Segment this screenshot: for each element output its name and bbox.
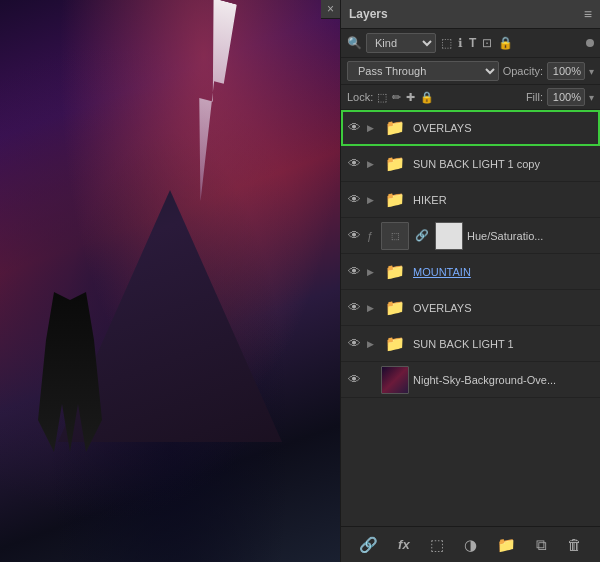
visibility-icon[interactable]: 👁 [345,228,363,243]
layer-row[interactable]: 👁 ƒ ⬚ 🔗 Hue/Saturatio... [341,218,600,254]
layer-thumbnail: 📁 [381,294,409,322]
blend-mode-select[interactable]: Pass Through Normal Dissolve Multiply Sc… [347,61,499,81]
expand-icon[interactable]: ▶ [363,267,377,277]
add-adjustment-button[interactable]: ◑ [460,534,481,556]
expand-icon[interactable]: ▶ [363,195,377,205]
visibility-icon[interactable]: 👁 [345,300,363,315]
blend-mode-row: Pass Through Normal Dissolve Multiply Sc… [341,58,600,85]
expand-icon[interactable]: ▶ [363,159,377,169]
layer-name: OVERLAYS [413,302,596,314]
photo-background [0,0,340,562]
layer-row[interactable]: 👁 ▶ 📁 OVERLAYS [341,110,600,146]
expand-icon[interactable]: ƒ [363,230,377,242]
fill-input[interactable] [547,88,585,106]
expand-icon[interactable]: ▶ [363,303,377,313]
type-filter-icon[interactable]: T [468,35,477,51]
fill-label: Fill: [526,91,543,103]
layer-name: SUN BACK LIGHT 1 copy [413,158,596,170]
panel-menu-button[interactable]: ≡ [584,6,592,22]
layer-name: Hue/Saturatio... [467,230,596,242]
new-layer-button[interactable]: ⧉ [532,534,551,556]
layer-name: SUN BACK LIGHT 1 [413,338,596,350]
layers-panel: Layers ≡ 🔍 Kind Name Effect Mode Attribu… [340,0,600,562]
layer-fx-button[interactable]: fx [394,535,414,554]
layer-row[interactable]: 👁 ▶ 📁 SUN BACK LIGHT 1 [341,326,600,362]
panel-header: Layers ≡ [341,0,600,29]
lock-label: Lock: [347,91,373,103]
layer-thumbnail: 📁 [381,258,409,286]
opacity-arrow-icon[interactable]: ▾ [589,66,594,77]
lock-row: Lock: ⬚ ✏ ✚ 🔒 Fill: ▾ [341,85,600,110]
search-icon: 🔍 [347,36,362,50]
layer-name: Night-Sky-Background-Ove... [413,374,596,386]
lock-position-icon[interactable]: ✚ [406,91,415,104]
shape-filter-icon[interactable]: ⊡ [481,35,493,51]
visibility-icon[interactable]: 👁 [345,120,363,135]
opacity-input[interactable] [547,62,585,80]
layer-name: OVERLAYS [413,122,596,134]
smart-filter-icon[interactable]: 🔒 [497,35,514,51]
lightning-effect [162,0,252,202]
layer-name: MOUNTAIN [413,266,596,278]
delete-layer-button[interactable]: 🗑 [563,534,586,555]
layer-thumbnail: ⬚ [381,222,409,250]
visibility-icon[interactable]: 👁 [345,336,363,351]
kind-select[interactable]: Kind Name Effect Mode Attribute Color [366,33,436,53]
layer-thumbnail: 📁 [381,150,409,178]
layer-row[interactable]: 👁 ▶ 📁 MOUNTAIN [341,254,600,290]
link-icon: 🔗 [415,229,429,242]
layer-thumbnail [381,366,409,394]
visibility-icon[interactable]: 👁 [345,156,363,171]
layer-thumbnail: 📁 [381,330,409,358]
opacity-label: Opacity: [503,65,543,77]
layer-row[interactable]: 👁 ▶ 📁 OVERLAYS [341,290,600,326]
layer-row[interactable]: 👁 ▶ 📁 SUN BACK LIGHT 1 copy [341,146,600,182]
expand-icon[interactable]: ▶ [363,339,377,349]
pixel-filter-icon[interactable]: ⬚ [440,35,453,51]
panel-footer: 🔗 fx ⬚ ◑ 📁 ⧉ 🗑 [341,526,600,562]
fill-arrow-icon[interactable]: ▾ [589,92,594,103]
link-layers-button[interactable]: 🔗 [355,534,382,556]
layers-list: 👁 ▶ 📁 OVERLAYS 👁 ▶ 📁 SUN BACK LIGHT 1 co… [341,110,600,526]
panel-close-button[interactable]: × [321,0,340,19]
kind-status-dot [586,39,594,47]
lock-pixels-icon[interactable]: ⬚ [377,91,387,104]
layer-name: HIKER [413,194,596,206]
lock-icons: ⬚ ✏ ✚ 🔒 [377,91,522,104]
lock-paint-icon[interactable]: ✏ [392,91,401,104]
kind-icons: ⬚ ℹ T ⊡ 🔒 [440,35,578,51]
visibility-icon[interactable]: 👁 [345,192,363,207]
layer-row[interactable]: 👁 ▶ 📁 HIKER [341,182,600,218]
new-group-button[interactable]: 📁 [493,534,520,556]
layer-thumbnail: 📁 [381,186,409,214]
kind-row: 🔍 Kind Name Effect Mode Attribute Color … [341,29,600,58]
layer-row[interactable]: 👁 ▶ Night-Sky-Background-Ove... [341,362,600,398]
add-mask-button[interactable]: ⬚ [426,534,448,556]
expand-icon[interactable]: ▶ [363,123,377,133]
layer-thumbnail: 📁 [381,114,409,142]
visibility-icon[interactable]: 👁 [345,372,363,387]
lock-all-icon[interactable]: 🔒 [420,91,434,104]
panel-title: Layers [349,7,388,21]
visibility-icon[interactable]: 👁 [345,264,363,279]
layer-mask-thumbnail [435,222,463,250]
adjust-filter-icon[interactable]: ℹ [457,35,464,51]
